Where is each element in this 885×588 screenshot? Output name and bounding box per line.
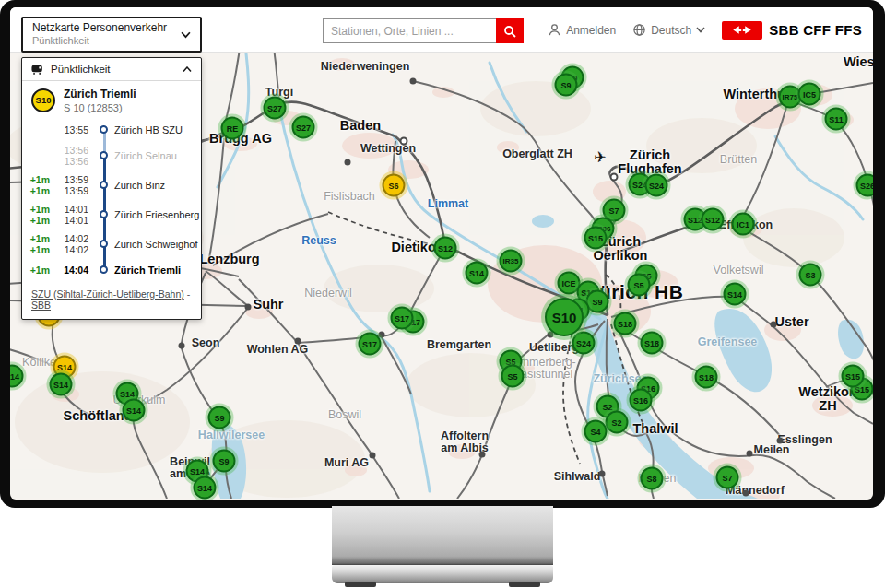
station-dot <box>479 452 486 458</box>
monitor-base <box>332 565 553 583</box>
train-marker-s11[interactable]: S11 <box>825 108 848 131</box>
stop-row: 13:5613:56Zürich Selnau <box>22 141 201 171</box>
stop-time: 13:55 <box>53 124 88 135</box>
stop-name: Zürich Binz <box>114 180 165 191</box>
stop-name: Zürich Friesenberg <box>114 209 199 220</box>
station-dot <box>743 490 749 497</box>
train-marker-s14[interactable]: S14 <box>724 283 747 306</box>
layer-dropdown[interactable]: Netzkarte Personenverkehr Pünktlichkeit <box>21 17 202 53</box>
train-marker-s18[interactable]: S18 <box>614 312 637 335</box>
station-dot <box>400 137 408 146</box>
map-label: Sihlwald <box>554 471 601 483</box>
train-detail-panel: Pünktlichkeit S10 Zürich Triemli S 10 (1… <box>21 57 202 320</box>
stops-timeline: 13:55Zürich HB SZU13:5613:56Zürich Selna… <box>22 119 201 281</box>
stop-name: Zürich Selnau <box>114 150 177 161</box>
stop-node <box>100 265 108 274</box>
stop-row: +1m+1m14:0114:01Zürich Friesenberg <box>22 200 201 229</box>
stop-row: +1m+1m14:0214:02Zürich Schweighof <box>22 229 201 259</box>
operator-link[interactable]: SZU (Sihltal-Zürich-Uetliberg-Bahn) <box>31 288 184 300</box>
train-line-badge: S10 <box>31 88 55 112</box>
search-icon <box>503 25 516 38</box>
desktop-scene: NiederweningenTurgiBrugg AGBadenWettinge… <box>0 0 885 588</box>
train-marker-s5[interactable]: S5 <box>502 365 525 388</box>
train-marker-s14[interactable]: S14 <box>194 476 217 500</box>
stop-time: 14:0214:02 <box>53 233 88 255</box>
login-button[interactable]: Anmelden <box>548 23 616 37</box>
train-marker-s14[interactable]: S14 <box>50 373 73 396</box>
stop-node <box>100 125 108 134</box>
train-marker-s26[interactable]: S26 <box>856 174 874 197</box>
logo-text: SBB CFF FFS <box>769 22 862 38</box>
train-marker-s27[interactable]: S27 <box>292 116 315 139</box>
map-label: Baden <box>340 119 381 133</box>
train-marker-s15[interactable]: S15 <box>842 365 865 388</box>
stop-delay: +1m <box>22 265 50 276</box>
train-marker-s6[interactable]: S6 <box>383 174 406 197</box>
train-marker-s14[interactable]: S14 <box>466 262 489 285</box>
search-input[interactable] <box>323 18 496 43</box>
monitor-stand <box>332 506 553 565</box>
stop-name: Zürich HB SZU <box>114 124 183 135</box>
station-dot <box>747 451 753 457</box>
app-window: NiederweningenTurgiBrugg AGBadenWettinge… <box>10 7 873 500</box>
stop-row: 13:55Zürich HB SZU <box>22 119 201 141</box>
stop-node <box>100 181 108 189</box>
map-label: Zürich Flughafen <box>618 148 681 176</box>
train-name: Zürich Triemli <box>64 88 136 102</box>
train-marker-s24[interactable]: S24 <box>572 332 596 355</box>
train-marker-s18[interactable]: S18 <box>695 366 718 389</box>
train-marker-ir35[interactable]: IR35 <box>500 250 523 273</box>
stop-node <box>100 151 108 159</box>
stop-name: Zürich Triemli <box>114 265 181 276</box>
language-label: Deutsch <box>651 24 691 37</box>
station-dot <box>245 304 252 311</box>
train-marker-s2[interactable]: S2 <box>606 411 629 434</box>
station-dot <box>370 453 376 459</box>
train-marker-ic1[interactable]: IC1 <box>732 213 755 236</box>
train-marker-s5[interactable]: S5 <box>628 274 651 297</box>
station-dot <box>295 338 301 345</box>
train-marker-s24[interactable]: S24 <box>645 174 668 197</box>
stop-time: 13:5613:56 <box>53 145 88 167</box>
train-marker-s18[interactable]: S18 <box>641 332 664 355</box>
train-marker-s15[interactable]: S15 <box>584 227 608 250</box>
header-right-controls: Anmelden Deutsch <box>548 7 862 53</box>
map-label: Wohlen AG <box>247 344 309 356</box>
map-label: Wetzikon ZH <box>798 385 856 413</box>
footer-separator: - <box>184 288 190 300</box>
train-marker-s8[interactable]: S8 <box>641 467 664 490</box>
monitor-foot-left <box>345 582 376 587</box>
stop-name: Zürich Schweighof <box>114 239 198 250</box>
map-label: Reuss <box>301 235 336 247</box>
sbb-flag-icon <box>722 21 762 40</box>
train-marker-s14[interactable]: S14 <box>123 399 146 422</box>
train-marker-s17[interactable]: S17 <box>391 307 414 330</box>
train-marker-s9[interactable]: S9 <box>213 450 236 473</box>
train-marker-ic5[interactable]: IC5 <box>798 83 821 106</box>
language-selector[interactable]: Deutsch <box>632 23 705 37</box>
train-marker-s9[interactable]: S9 <box>208 406 231 429</box>
layer-dropdown-title: Netzkarte Personenverkehr <box>32 21 181 35</box>
sbb-logo[interactable]: SBB CFF FFS <box>722 21 862 40</box>
stop-delay: +1m+1m <box>22 204 50 226</box>
train-marker-s7[interactable]: S7 <box>716 466 739 489</box>
train-marker-s27[interactable]: S27 <box>264 97 287 120</box>
train-marker-re[interactable]: RE <box>221 117 244 140</box>
train-marker-s12[interactable]: S12 <box>702 208 725 231</box>
search-button[interactable] <box>496 18 524 43</box>
globe-icon <box>632 23 646 37</box>
panel-header[interactable]: Pünktlichkeit <box>22 58 201 81</box>
train-marker-s3[interactable]: S3 <box>799 264 822 287</box>
map-label: Muri AG <box>324 457 369 469</box>
train-meta: S 10 (12853) <box>64 102 136 113</box>
train-marker-s17[interactable]: S17 <box>359 333 382 356</box>
train-marker-s10[interactable]: S10 <box>545 298 584 336</box>
train-marker-s12[interactable]: S12 <box>434 237 457 260</box>
train-marker-s4[interactable]: S4 <box>584 420 608 443</box>
map-label: Lenzburg <box>199 253 259 266</box>
train-marker-s16[interactable]: S16 <box>630 389 653 412</box>
map-label: Niederweningen <box>321 61 410 73</box>
sbb-link[interactable]: SBB <box>31 300 51 311</box>
train-marker-s9[interactable]: S9 <box>555 74 578 97</box>
map-label: Volketswil <box>714 265 764 276</box>
